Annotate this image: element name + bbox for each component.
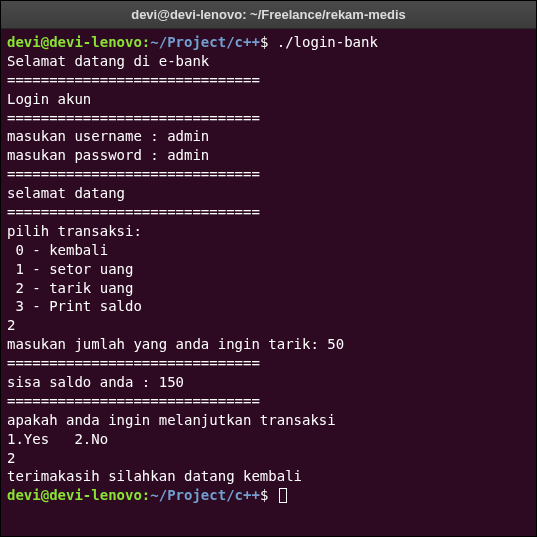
output-line: terimakasih silahkan datang kembali <box>7 468 302 484</box>
output-line: pilih transaksi: <box>7 223 142 239</box>
terminal-body[interactable]: devi@devi-lenovo:~/Project/c++$ ./login-… <box>1 29 536 536</box>
output-line: Selamat datang di e-bank <box>7 53 209 69</box>
output-line: masukan password : admin <box>7 147 209 163</box>
terminal-window: devi@devi-lenovo: ~/Freelance/rekam-medi… <box>0 0 537 537</box>
output-line: 3 - Print saldo <box>7 298 142 314</box>
output-line: ============================== <box>7 355 260 371</box>
output-line: 0 - kembali <box>7 242 108 258</box>
output-line: sisa saldo anda : 150 <box>7 374 184 390</box>
output-line: 2 <box>7 317 15 333</box>
prompt-path: ~/Project/c++ <box>150 34 260 50</box>
output-line: 1 - setor uang <box>7 261 133 277</box>
output-line: ============================== <box>7 110 260 126</box>
prompt-userhost: devi@devi-lenovo <box>7 487 142 503</box>
output-line: ============================== <box>7 393 260 409</box>
window-title: devi@devi-lenovo: ~/Freelance/rekam-medi… <box>131 7 406 22</box>
output-line: ============================== <box>7 72 260 88</box>
output-line: selamat datang <box>7 185 125 201</box>
output-line: 2 <box>7 450 15 466</box>
output-line: masukan username : admin <box>7 128 209 144</box>
output-line: 1.Yes 2.No <box>7 431 108 447</box>
output-line: ============================== <box>7 166 260 182</box>
titlebar[interactable]: devi@devi-lenovo: ~/Freelance/rekam-medi… <box>1 1 536 29</box>
cursor-icon <box>279 488 287 503</box>
output-line: Login akun <box>7 91 91 107</box>
output-line: 2 - tarik uang <box>7 280 133 296</box>
prompt-path: ~/Project/c++ <box>150 487 260 503</box>
output-line: masukan jumlah yang anda ingin tarik: 50 <box>7 336 344 352</box>
prompt-dollar: $ <box>260 487 268 503</box>
command-text: ./login-bank <box>277 34 378 50</box>
prompt-userhost: devi@devi-lenovo <box>7 34 142 50</box>
output-line: apakah anda ingin melanjutkan transaksi <box>7 412 336 428</box>
output-line: ============================== <box>7 204 260 220</box>
prompt-dollar: $ <box>260 34 268 50</box>
